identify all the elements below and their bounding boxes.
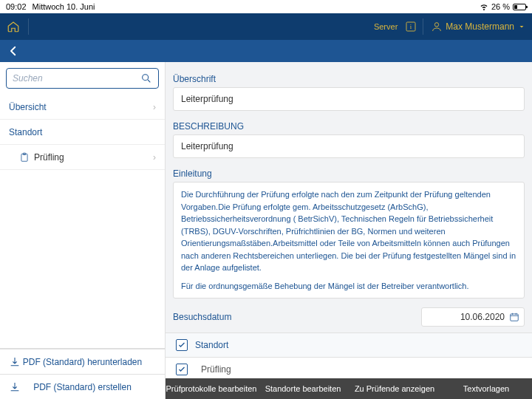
bottom-tab-pruefende[interactable]: Zu Prüfende anzeigen	[349, 384, 440, 393]
label-einleitung: Einleitung	[173, 168, 525, 179]
checkbox[interactable]	[176, 339, 188, 351]
field-besuchsdatum[interactable]: 10.06.2020	[421, 307, 525, 327]
svg-point-2	[435, 23, 439, 27]
chevron-down-icon	[517, 22, 526, 31]
check-label-standort: Standort	[195, 340, 228, 350]
info-icon[interactable]: i	[403, 19, 418, 34]
pdf-download-label: PDF (Standard) herunterladen	[23, 357, 142, 367]
sidebar-item-standort[interactable]: Standort	[0, 120, 165, 145]
home-button[interactable]	[0, 13, 27, 40]
checkbox[interactable]	[176, 364, 188, 375]
sidebar-item-pruefling[interactable]: Prüfling ›	[0, 145, 165, 170]
user-icon	[431, 21, 443, 33]
search-input[interactable]	[13, 73, 140, 83]
calendar-icon	[509, 312, 519, 322]
svg-line-4	[148, 80, 150, 82]
einleitung-p1: Die Durchführung der Prüfung erfolgte na…	[181, 188, 516, 274]
check-icon	[177, 341, 186, 349]
field-ueberschrift[interactable]: Leiterprüfung	[173, 87, 525, 111]
pdf-create-label: PDF (Standard) erstellen	[33, 382, 132, 392]
chevron-right-icon: ›	[153, 152, 156, 163]
pdf-create-button[interactable]: PDF (Standard) erstellen	[0, 374, 165, 399]
server-label[interactable]: Server	[371, 22, 400, 31]
battery-icon	[513, 4, 526, 10]
download-icon	[9, 356, 21, 368]
sidebar: Übersicht › Standort Prüfling › PDF (Sta…	[0, 62, 166, 399]
wifi-icon	[480, 2, 488, 11]
bottom-tab-textvorlagen[interactable]: Textvorlagen	[440, 384, 532, 393]
app-top-bar: Server i Max Mustermann	[0, 13, 532, 40]
sidebar-item-label: Standort	[9, 127, 42, 137]
date-value: 10.06.2020	[460, 312, 505, 322]
user-name: Max Mustermann	[446, 21, 514, 32]
chevron-right-icon: ›	[153, 102, 156, 112]
bottom-tab-standorte[interactable]: Standorte bearbeiten	[257, 384, 349, 393]
download-icon	[9, 381, 21, 393]
svg-text:i: i	[410, 23, 412, 30]
check-row-standort[interactable]: Standort	[166, 333, 532, 358]
user-menu[interactable]: Max Mustermann	[425, 21, 532, 33]
status-time: 09:02	[6, 2, 27, 11]
pdf-download-button[interactable]: PDF (Standard) herunterladen	[0, 349, 165, 374]
sidebar-item-uebersicht[interactable]: Übersicht ›	[0, 95, 165, 120]
field-einleitung[interactable]: Die Durchführung der Prüfung erfolgte na…	[173, 182, 525, 299]
sub-nav-bar	[0, 40, 532, 62]
label-besuchsdatum: Besuchsdatum	[173, 312, 231, 322]
search-box[interactable]	[6, 68, 159, 89]
battery-percent: 26 %	[491, 2, 510, 11]
status-date: Mittwoch 10. Juni	[33, 2, 95, 11]
back-button[interactable]	[4, 42, 22, 60]
bottom-action-bar: Prüfprotokolle bearbeiten Standorte bear…	[166, 378, 532, 399]
sidebar-item-label: Prüfling	[34, 152, 64, 163]
clipboard-icon	[19, 152, 30, 163]
bottom-tab-protokolle[interactable]: Prüfprotokolle bearbeiten	[166, 384, 257, 393]
check-icon	[177, 365, 186, 374]
ios-status-bar: 09:02 Mittwoch 10. Juni 26 %	[0, 0, 532, 13]
row-besuchsdatum: Besuchsdatum 10.06.2020	[166, 301, 532, 333]
label-ueberschrift: Überschrift	[173, 74, 525, 84]
sidebar-item-label: Übersicht	[9, 102, 47, 112]
svg-point-3	[143, 75, 149, 81]
search-icon	[140, 72, 152, 84]
einleitung-p2: Für die ordnungsgemäße Behebung der Mäng…	[181, 280, 516, 293]
label-beschreibung: BESCHREIBUNG	[173, 121, 525, 132]
field-beschreibung[interactable]: Leiterprüfung	[173, 134, 525, 158]
main-form: Überschrift Leiterprüfung BESCHREIBUNG L…	[166, 62, 532, 399]
check-label-pruefling: Prüfling	[201, 364, 231, 375]
svg-rect-7	[511, 314, 519, 321]
